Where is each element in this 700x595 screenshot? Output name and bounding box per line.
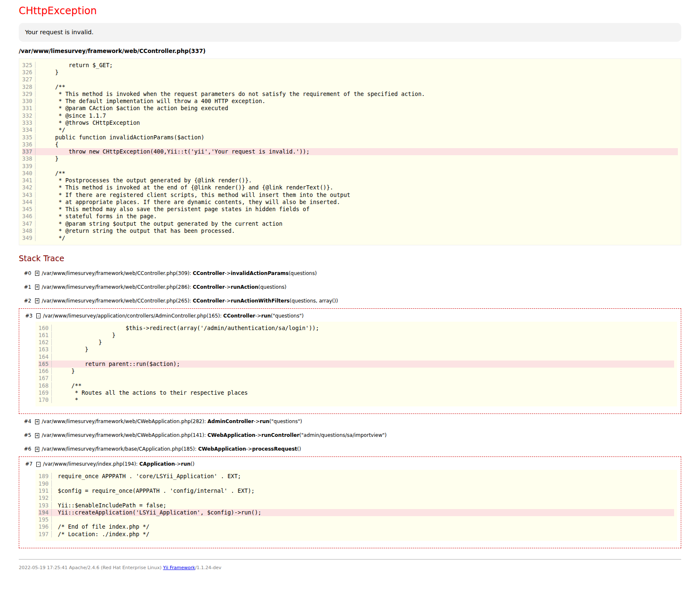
server-info: 2022-05-19 17:25:41 Apache/2.4.6 (Red Ha… [19,565,163,570]
collapse-icon[interactable]: - [36,313,40,318]
trace-file-path: /var/www/limesurvey/framework/base/CAppl… [42,446,198,452]
trace-method: run [260,419,269,424]
trace-number: #3 [20,310,33,322]
line-number: 348 [22,227,35,234]
trace-file-line: -/var/www/limesurvey/index.php(194): CAp… [35,461,677,467]
trace-row: #5 +/var/www/limesurvey/framework/web/CW… [19,429,681,441]
trace-content: +/var/www/limesurvey/framework/web/CWebA… [31,429,681,441]
expand-icon[interactable]: + [35,285,39,290]
line-number: 191 [38,487,52,494]
error-line-highlight: 165 return parent::run($action); [38,361,674,368]
framework-version: /1.1.24-dev [195,565,221,570]
trace-class: CWebApplication [207,432,255,438]
error-page: CHttpException Your request is invalid. … [19,5,681,570]
trace-args: (questions) [258,284,286,290]
trace-arrow: -> [225,270,230,276]
line-number: 193 [38,502,52,509]
line-number: 325 [22,62,35,68]
source-code-block: 189 require_once APPPATH . 'core/LSYii_A… [35,470,677,540]
trace-row: #4 +/var/www/limesurvey/framework/web/CW… [19,415,681,428]
line-number: 167 [38,375,52,381]
error-line-highlight: 337 throw new CHttpException(400,Yii::t(… [22,148,678,155]
trace-file-line: +/var/www/limesurvey/framework/web/CCont… [34,284,678,290]
trace-args: () [191,461,195,467]
stack-trace-heading: Stack Trace [19,254,681,263]
line-number: 189 [38,473,52,479]
trace-method: run [181,461,190,467]
trace-file-line: +/var/www/limesurvey/framework/web/CWebA… [34,419,678,424]
trace-file-line: +/var/www/limesurvey/framework/base/CApp… [34,446,678,452]
line-number: 197 [38,531,52,537]
trace-method: invalidActionParams [231,270,289,276]
line-number: 165 [38,361,52,367]
trace-row: #2 +/var/www/limesurvey/framework/web/CC… [19,295,681,307]
source-code-block: 160 $this->redirect(array('/admin/authen… [35,322,677,407]
source-code-block: 325 return $_GET; 326 } 327 328 /** 329 … [19,58,681,245]
trace-class: CController [223,313,255,319]
line-number: 344 [22,199,35,205]
source-file-path: /var/www/limesurvey/framework/web/CContr… [19,48,681,54]
trace-arrow: -> [175,461,181,467]
line-number: 163 [38,346,52,353]
line-number: 326 [22,69,35,76]
trace-file-path: /var/www/limesurvey/framework/web/CContr… [42,270,193,276]
expand-icon[interactable]: + [35,447,39,452]
line-number: 162 [38,339,52,345]
trace-number: #6 [19,443,31,455]
line-number: 342 [22,184,35,191]
line-number: 349 [22,234,35,241]
line-number: 334 [22,126,35,133]
trace-file-line: +/var/www/limesurvey/framework/web/CWebA… [34,432,678,438]
trace-args: (questions) [288,270,316,276]
trace-file-path: /var/www/limesurvey/index.php(194): [43,461,139,467]
trace-number: #0 [19,267,31,280]
trace-args: ("questions") [271,313,304,319]
trace-file-path: /var/www/limesurvey/framework/web/CWebAp… [42,432,207,438]
trace-class: CController [193,284,225,290]
footer: 2022-05-19 17:25:41 Apache/2.4.6 (Red Ha… [19,559,681,570]
line-number: 327 [22,76,35,83]
line-number: 341 [22,177,35,184]
line-number: 190 [38,480,52,487]
trace-number: #5 [19,429,31,441]
trace-row: #7 -/var/www/limesurvey/index.php(194): … [19,456,681,548]
trace-args: (questions, array()) [290,298,338,304]
line-number: 336 [22,141,35,148]
line-number: 329 [22,91,35,97]
stack-trace-list: #0 +/var/www/limesurvey/framework/web/CC… [19,267,681,548]
trace-content: +/var/www/limesurvey/framework/web/CCont… [31,267,681,280]
expand-icon[interactable]: + [35,433,39,438]
code-listing: 325 return $_GET; 326 } 327 328 /** 329 … [19,58,681,245]
expand-icon[interactable]: + [35,419,39,424]
line-number: 328 [22,83,35,90]
trace-content: +/var/www/limesurvey/framework/base/CApp… [31,443,681,455]
yii-framework-link[interactable]: Yii Framework [163,565,195,570]
trace-method: runActionWithFilters [231,298,290,304]
trace-number: #4 [19,415,31,428]
line-number: 346 [22,213,35,219]
trace-file-line: +/var/www/limesurvey/framework/web/CCont… [34,270,678,276]
trace-content: +/var/www/limesurvey/framework/web/CWebA… [31,415,681,428]
line-number: 166 [38,368,52,374]
error-message: Your request is invalid. [19,23,681,42]
line-number: 338 [22,155,35,162]
line-number: 196 [38,523,52,530]
error-title: CHttpException [19,5,681,17]
stack-trace-section: Stack Trace #0 +/var/www/limesurvey/fram… [19,254,681,548]
trace-args: ("questions") [269,419,302,424]
code-listing: 189 require_once APPPATH . 'core/LSYii_A… [35,470,677,540]
expand-icon[interactable]: + [35,298,39,303]
collapse-icon[interactable]: - [36,462,40,467]
trace-args: ("admin/questions/sa/importview") [299,432,387,438]
trace-class: CApplication [139,461,175,467]
error-source-section: /var/www/limesurvey/framework/web/CContr… [19,48,681,245]
line-number: 339 [22,163,35,169]
trace-class: CController [193,298,225,304]
trace-file-line: +/var/www/limesurvey/framework/web/CCont… [34,298,678,304]
code-listing: 160 $this->redirect(array('/admin/authen… [35,322,677,407]
trace-content: +/var/www/limesurvey/framework/web/CCont… [31,295,681,307]
line-number: 164 [38,353,52,360]
line-number: 168 [38,382,52,389]
trace-number: #2 [19,295,31,307]
expand-icon[interactable]: + [35,271,39,276]
